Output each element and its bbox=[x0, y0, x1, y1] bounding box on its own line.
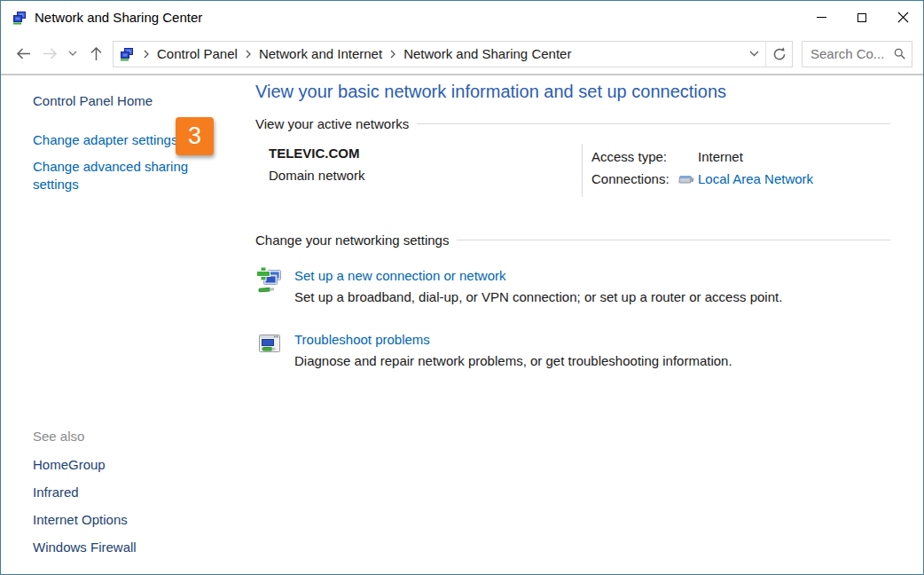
troubleshoot-problems-link[interactable]: Troubleshoot problems bbox=[294, 332, 890, 347]
sidebar-item-internet-options[interactable]: Internet Options bbox=[33, 512, 137, 527]
network-computers-icon bbox=[120, 47, 134, 61]
page-title: View your basic network information and … bbox=[255, 82, 890, 102]
section-divider bbox=[417, 123, 890, 124]
arrow-right-icon bbox=[43, 47, 58, 60]
maximize-button[interactable] bbox=[842, 1, 882, 34]
address-dropdown-button[interactable] bbox=[742, 42, 765, 67]
toolbar: Control Panel Network and Internet Netwo… bbox=[1, 34, 923, 75]
content-area: Control Panel Home Change adapter settin… bbox=[1, 75, 923, 573]
task-text: Set up a new connection or network Set u… bbox=[294, 264, 890, 304]
access-type-label: Access type: bbox=[591, 149, 677, 164]
sidebar-item-windows-firewall[interactable]: Windows Firewall bbox=[33, 540, 137, 555]
access-type-value: Internet bbox=[698, 149, 813, 164]
refresh-button[interactable] bbox=[765, 42, 792, 67]
active-networks-header: View your active networks bbox=[255, 116, 890, 131]
networking-settings-title: Change your networking settings bbox=[255, 232, 449, 248]
minimize-button[interactable] bbox=[801, 1, 842, 34]
see-also-title: See also bbox=[33, 429, 137, 444]
close-button[interactable] bbox=[882, 1, 923, 34]
arrow-up-icon bbox=[90, 46, 103, 61]
address-bar[interactable]: Control Panel Network and Internet Netwo… bbox=[113, 41, 793, 67]
maximize-icon bbox=[857, 13, 866, 22]
close-icon bbox=[897, 12, 909, 23]
window-title: Network and Sharing Center bbox=[35, 10, 801, 25]
chevron-right-icon bbox=[239, 50, 257, 59]
access-type-row: Access type: Internet bbox=[591, 146, 813, 168]
troubleshoot-description: Diagnose and repair network problems, or… bbox=[294, 353, 890, 368]
monitor-diagnostic-icon bbox=[255, 330, 284, 358]
troubleshoot-task: Troubleshoot problems Diagnose and repai… bbox=[255, 328, 890, 368]
network-details: Access type: Internet Connections: bbox=[583, 144, 813, 197]
active-networks-title: View your active networks bbox=[255, 116, 409, 131]
search-box[interactable] bbox=[802, 41, 912, 67]
main-pane: View your basic network information and … bbox=[255, 75, 890, 368]
active-network-row: TELEVIC.COM Domain network Access type: … bbox=[255, 144, 890, 197]
arrow-left-icon bbox=[16, 47, 31, 60]
chevron-right-icon bbox=[137, 50, 155, 59]
ethernet-adapter-icon bbox=[677, 173, 698, 185]
chevron-right-icon bbox=[384, 50, 402, 59]
task-text: Troubleshoot problems Diagnose and repai… bbox=[294, 328, 890, 368]
sidebar-item-infrared[interactable]: Infrared bbox=[33, 484, 137, 500]
see-also-section: See also HomeGroup Infrared Internet Opt… bbox=[33, 429, 137, 567]
breadcrumb-network-and-internet[interactable]: Network and Internet bbox=[257, 44, 384, 63]
connections-label: Connections: bbox=[591, 171, 677, 186]
forward-button[interactable] bbox=[36, 41, 63, 67]
setup-connection-task: Set up a new connection or network Set u… bbox=[255, 264, 890, 304]
sidebar-item-change-advanced-sharing-settings[interactable]: Change advanced sharing settings bbox=[33, 158, 201, 193]
network-computers-icon bbox=[12, 11, 27, 25]
section-divider bbox=[457, 240, 890, 240]
chevron-down-icon bbox=[68, 51, 77, 57]
magnifier-icon bbox=[894, 47, 905, 60]
setup-connection-description: Set up a broadband, dial-up, or VPN conn… bbox=[294, 289, 890, 304]
titlebar: Network and Sharing Center bbox=[1, 1, 923, 34]
network-identity: TELEVIC.COM Domain network bbox=[255, 144, 582, 197]
chevron-down-icon bbox=[749, 51, 759, 57]
recent-pages-dropdown[interactable] bbox=[63, 41, 82, 67]
networking-settings-header: Change your networking settings bbox=[255, 232, 890, 248]
refresh-icon bbox=[772, 47, 787, 61]
sidebar-item-homegroup[interactable]: HomeGroup bbox=[33, 457, 137, 472]
back-button[interactable] bbox=[10, 41, 36, 67]
network-sharing-center-window: Network and Sharing Center bbox=[0, 0, 924, 575]
network-type: Domain network bbox=[269, 168, 582, 183]
local-area-network-link[interactable]: Local Area Network bbox=[698, 171, 813, 186]
step-badge: 3 bbox=[176, 117, 214, 155]
breadcrumb-control-panel[interactable]: Control Panel bbox=[155, 44, 239, 63]
up-button[interactable] bbox=[82, 41, 109, 67]
search-input[interactable] bbox=[810, 46, 894, 61]
minimize-icon bbox=[817, 17, 826, 18]
sidebar-item-control-panel-home[interactable]: Control Panel Home bbox=[33, 93, 241, 108]
connections-row: Connections: Local Area Network bbox=[591, 168, 813, 190]
setup-connection-link[interactable]: Set up a new connection or network bbox=[294, 268, 890, 283]
computers-plus-icon bbox=[255, 266, 284, 295]
network-name: TELEVIC.COM bbox=[269, 144, 582, 161]
breadcrumb-network-and-sharing-center[interactable]: Network and Sharing Center bbox=[402, 44, 573, 63]
